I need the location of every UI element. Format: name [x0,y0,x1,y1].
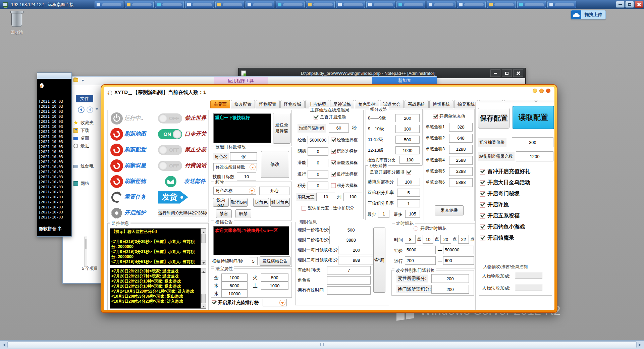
chevron-down-icon[interactable] [96,108,98,111]
maintenance-button[interactable]: 开启维护 [124,209,158,216]
fire-input[interactable] [261,273,288,282]
single-amount-input[interactable] [449,156,473,165]
taskbar-window-button[interactable] [185,1,214,8]
trade-ban-toggle[interactable]: OFF [158,145,182,155]
upgrade-row-input[interactable] [395,125,420,133]
refresh-double-button[interactable]: 刷新双星 [124,162,158,169]
rdp-close-button[interactable] [635,1,643,8]
feature-checkbox[interactable] [480,202,485,208]
gamble-row-input[interactable] [397,178,420,186]
modify-button[interactable]: 修改 [261,151,289,178]
ban-role-button[interactable]: 封角色 [253,198,269,207]
fireworks-enable-radio[interactable] [414,226,418,231]
scroll-right-arrow[interactable] [637,341,644,349]
atk-bonus-input[interactable] [515,272,542,279]
upgrade-row-input[interactable] [395,114,420,122]
set-gm-button[interactable]: 设为GM [213,198,229,207]
taskbar-window-button[interactable] [487,1,516,8]
cost-max-input[interactable] [343,193,362,201]
send-banner-button[interactable]: 发送横幅公告 [260,256,290,266]
gm-tab[interactable]: 帮战系统 [405,100,429,108]
feature-checkbox[interactable] [480,225,485,230]
single-enable-checkbox[interactable] [433,114,438,119]
finance-row-input[interactable] [327,266,371,275]
world-ban-toggle[interactable]: OFF [158,113,182,123]
load-config-button[interactable]: 读取配置 [513,106,554,129]
rdp-minimize-button[interactable] [616,1,625,8]
single-amount-input[interactable] [449,167,473,176]
bath-row-checkbox[interactable] [331,138,336,142]
taskbar-window-button[interactable] [306,1,335,8]
monitor-scrollbar[interactable] [201,268,206,308]
bath-enable-checkbox[interactable] [314,115,318,119]
mute-button[interactable]: 禁言 [216,209,232,218]
refresh-monster-button[interactable]: 刷新怪物 [124,178,158,185]
password-toggle[interactable]: ON [158,129,182,139]
taskbar-window-button[interactable] [155,1,184,8]
gm-close-button[interactable] [546,89,550,93]
forward-button[interactable] [87,106,93,113]
wood-input[interactable] [221,282,248,290]
exp-max-input[interactable] [443,246,474,254]
taskbar-window-button[interactable] [517,1,546,8]
gear-icon[interactable] [111,207,123,219]
upgrade-row-input[interactable] [395,146,420,154]
refresh-icon[interactable] [110,175,123,188]
dao-min-input[interactable] [405,256,436,265]
refresh-icon[interactable] [110,159,123,172]
ship-goods-button[interactable]: 发货 [158,191,188,204]
single-amount-input[interactable] [449,145,473,154]
ban-role-select[interactable]: 角色名称 [213,187,256,195]
taskbar-window-button[interactable] [396,1,425,8]
taskbar-window-button[interactable] [427,1,455,8]
finance-row-input[interactable] [329,226,373,234]
drag-upload-button[interactable]: 拖拽上传 [571,10,606,19]
bath-interval-input[interactable] [329,123,349,133]
finance-row-input[interactable] [327,276,371,285]
back-button[interactable] [78,106,85,113]
matk-bonus-input[interactable] [515,284,542,291]
save-config-button[interactable]: 保存配置 [478,108,509,129]
reset-task-button[interactable]: 重置任务 [124,194,158,201]
notepad-close-button[interactable] [513,69,523,77]
reset-icon[interactable] [110,191,123,204]
power-icon[interactable] [111,112,123,124]
taskbar-window-button[interactable] [276,1,305,8]
scrollbar-thumb[interactable] [7,341,637,348]
gamble-row-input[interactable] [397,199,420,207]
upgrade-rate-input[interactable] [399,156,420,164]
console-titlebar[interactable] [37,73,71,79]
ban-role-input[interactable] [259,187,289,195]
taskbar-window-button[interactable] [457,1,486,8]
feature-checkbox[interactable] [480,213,485,219]
deduct-checkbox[interactable] [302,206,306,211]
banner-duration-input[interactable] [249,257,258,265]
bath-row-input[interactable] [308,147,328,156]
single-amount-input[interactable] [449,134,473,143]
fireworks-hour-input[interactable] [405,235,416,244]
feature-checkbox[interactable] [480,236,485,241]
unmute-button[interactable]: 解禁 [235,209,251,218]
taskbar-window-button[interactable] [336,1,365,8]
explorer-scrollbar[interactable] [84,237,87,267]
rank-checkbox[interactable] [212,300,216,305]
gm-tab[interactable]: 修改配置 [231,100,255,108]
rank-select[interactable] [263,299,287,306]
rotate-recharge-button[interactable]: 累充轮播 [435,205,464,215]
gm-titlebar[interactable]: XYTD＿【亲测源码网】当前在线人数：1 [107,89,206,96]
bath-row-checkbox[interactable] [331,172,336,177]
gm-tab[interactable]: 拍卖系统 [454,100,478,108]
single-amount-input[interactable] [449,123,473,132]
refresh-map-button[interactable]: 刷新地图 [124,131,158,138]
gamble-enable-checkbox[interactable] [407,170,411,174]
horizontal-scrollbar[interactable] [0,340,644,349]
explorer-context-tab[interactable]: 应用程序工具 [214,77,268,84]
cost-min-input[interactable] [316,193,335,201]
gamble-row-input[interactable] [397,189,420,197]
send-mail-button[interactable]: 发送邮件 [184,178,206,185]
query-button[interactable]: 查询 [373,228,385,293]
monitor-scrollbar[interactable] [201,229,206,265]
bath-row-input[interactable] [308,136,328,144]
earth-input[interactable] [261,282,288,290]
refresh-icon[interactable] [110,128,123,141]
